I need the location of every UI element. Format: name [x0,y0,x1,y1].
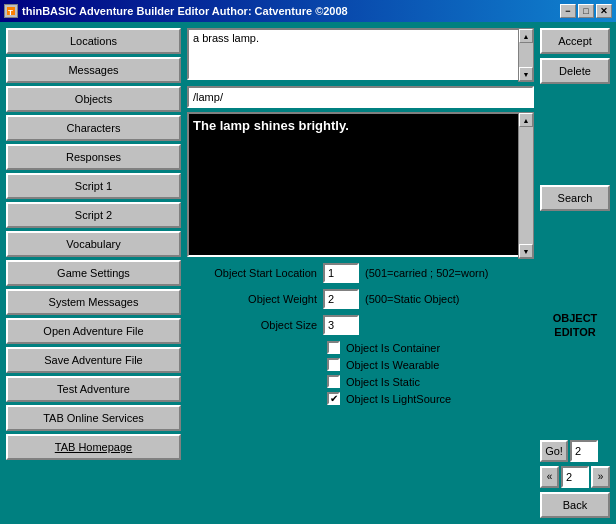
size-label: Object Size [187,319,317,331]
desc-scroll-down[interactable]: ▼ [519,244,533,258]
start-location-label: Object Start Location [187,267,317,279]
go-button[interactable]: Go! [540,440,568,462]
desc-textarea[interactable] [187,112,534,257]
weight-input[interactable] [323,289,359,309]
sidebar-item-game-settings[interactable]: Game Settings [6,260,181,286]
sidebar-item-vocabulary[interactable]: Vocabulary [6,231,181,257]
center-panel: ▲ ▼ ▲ ▼ Object Start Location (501=carri… [187,28,534,518]
nav-next-button[interactable]: » [591,466,610,488]
lightsource-checkbox[interactable]: ✔ [327,392,340,405]
sidebar-item-open-adventure[interactable]: Open Adventure File [6,318,181,344]
static-label: Object Is Static [346,376,420,388]
sidebar-item-script2[interactable]: Script 2 [6,202,181,228]
start-location-input[interactable] [323,263,359,283]
scroll-track [519,43,533,67]
scroll-up-arrow[interactable]: ▲ [519,29,533,43]
sidebar-item-script1[interactable]: Script 1 [6,173,181,199]
right-panel: Accept Delete Search OBJECTEDITOR Go! « … [540,28,610,518]
path-input[interactable] [187,86,534,108]
scroll-down-arrow[interactable]: ▼ [519,67,533,81]
title-bar: T thinBASIC Adventure Builder Editor Aut… [0,0,616,22]
sidebar-item-system-messages[interactable]: System Messages [6,289,181,315]
start-location-row: Object Start Location (501=carried ; 502… [187,263,534,283]
go-input[interactable] [570,440,598,462]
sidebar-item-tab-homepage[interactable]: TAB Homepage [6,434,181,460]
lightsource-row: ✔ Object Is LightSource [327,392,534,405]
weight-label: Object Weight [187,293,317,305]
name-textarea[interactable] [187,28,534,80]
weight-row: Object Weight (500=Static Object) [187,289,534,309]
sidebar-item-characters[interactable]: Characters [6,115,181,141]
wearable-checkbox[interactable] [327,358,340,371]
wearable-label: Object Is Wearable [346,359,439,371]
close-button[interactable]: ✕ [596,4,612,18]
search-button[interactable]: Search [540,185,610,211]
container-label: Object Is Container [346,342,440,354]
sidebar-item-messages[interactable]: Messages [6,57,181,83]
desc-scroll-track [519,127,533,244]
sidebar: Locations Messages Objects Characters Re… [6,28,181,518]
title-text: thinBASIC Adventure Builder Editor Autho… [22,5,348,17]
container-checkbox[interactable] [327,341,340,354]
desc-field-wrapper: ▲ ▼ [187,112,534,259]
name-scrollbar[interactable]: ▲ ▼ [518,28,534,82]
sidebar-item-objects[interactable]: Objects [6,86,181,112]
sidebar-item-save-adventure[interactable]: Save Adventure File [6,347,181,373]
sidebar-item-test-adventure[interactable]: Test Adventure [6,376,181,402]
nav-input[interactable] [561,466,589,488]
svg-text:T: T [8,8,13,16]
app-icon: T [4,4,18,18]
lightsource-label: Object Is LightSource [346,393,451,405]
static-row: Object Is Static [327,375,534,388]
size-input[interactable] [323,315,359,335]
fields-section: Object Start Location (501=carried ; 502… [187,263,534,335]
start-location-note: (501=carried ; 502=worn) [365,267,489,279]
container-row: Object Is Container [327,341,534,354]
sidebar-item-responses[interactable]: Responses [6,144,181,170]
static-checkbox[interactable] [327,375,340,388]
delete-button[interactable]: Delete [540,58,610,84]
minimize-button[interactable]: − [560,4,576,18]
desc-scroll-up[interactable]: ▲ [519,113,533,127]
name-field-wrapper: ▲ ▼ [187,28,534,82]
wearable-row: Object Is Wearable [327,358,534,371]
maximize-button[interactable]: □ [578,4,594,18]
checkboxes-section: Object Is Container Object Is Wearable O… [187,341,534,405]
weight-note: (500=Static Object) [365,293,459,305]
window-controls: − □ ✕ [560,4,612,18]
nav-row: « » [540,466,610,488]
desc-scrollbar[interactable]: ▲ ▼ [518,112,534,259]
sidebar-item-tab-online[interactable]: TAB Online Services [6,405,181,431]
sidebar-item-locations[interactable]: Locations [6,28,181,54]
size-row: Object Size [187,315,534,335]
back-button[interactable]: Back [540,492,610,518]
accept-button[interactable]: Accept [540,28,610,54]
go-row: Go! [540,440,610,462]
editor-label: OBJECTEDITOR [540,312,610,338]
nav-prev-button[interactable]: « [540,466,559,488]
